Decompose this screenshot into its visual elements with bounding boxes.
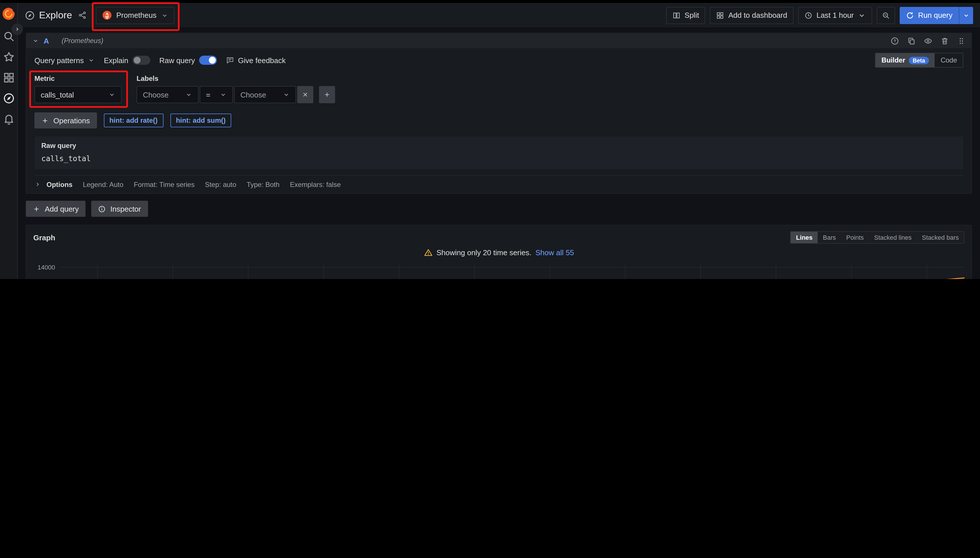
explore-compass-icon xyxy=(25,10,35,20)
graph-mode-points[interactable]: Points xyxy=(841,232,869,243)
builder-mode-button[interactable]: Builder Beta xyxy=(876,53,935,67)
add-label-filter-button[interactable] xyxy=(319,86,335,103)
explore-toolbar: Explore Prometheus Split xyxy=(18,3,980,28)
zoom-out-time-button[interactable] xyxy=(877,7,895,24)
query-patterns-label: Query patterns xyxy=(35,56,84,64)
metric-label: Metric xyxy=(35,75,122,82)
share-icon[interactable] xyxy=(78,11,86,20)
metric-group: Metric calls_total xyxy=(35,75,122,103)
graph-style-switcher: LinesBarsPointsStacked linesStacked bars xyxy=(790,231,965,244)
query-datasource-hint: (Prometheus) xyxy=(62,37,103,45)
chevron-down-icon xyxy=(161,12,168,19)
toggle-visibility-eye-icon[interactable] xyxy=(924,36,932,45)
raw-query-label: Raw query xyxy=(41,142,957,150)
query-patterns-button[interactable]: Query patterns xyxy=(35,56,95,64)
label-operator-value: = xyxy=(206,90,210,99)
clock-icon xyxy=(804,11,812,19)
starred-icon[interactable] xyxy=(3,51,15,63)
chevron-down-icon xyxy=(283,91,290,98)
graph-mode-stacked-lines[interactable]: Stacked lines xyxy=(869,232,917,243)
chevron-down-icon xyxy=(220,91,227,98)
sidebar-expand-button[interactable] xyxy=(12,23,23,35)
query-ref-id: A xyxy=(44,36,49,45)
run-query-dropdown[interactable] xyxy=(959,7,973,24)
graph-mode-bars[interactable]: Bars xyxy=(817,232,841,243)
options-exemplars: Exemplars: false xyxy=(290,181,340,189)
add-query-button[interactable]: Add query xyxy=(26,201,86,217)
plus-icon xyxy=(41,117,49,124)
graph-mode-lines[interactable]: Lines xyxy=(791,232,817,243)
chevron-down-icon xyxy=(109,91,115,98)
hint-add-sum-button[interactable]: hint: add sum() xyxy=(170,113,231,127)
query-row-header[interactable]: A (Prometheus) xyxy=(26,33,972,48)
query-help-icon[interactable] xyxy=(891,36,899,45)
time-range-picker[interactable]: Last 1 hour xyxy=(798,7,872,24)
top-black-strip xyxy=(0,0,980,3)
add-operation-button[interactable]: Operations xyxy=(35,112,97,128)
builder-label: Builder xyxy=(881,56,905,64)
query-editor-panel: A (Prometheus) Query xyxy=(26,33,972,194)
y-axis-labels: 02000400060008000100001200014000 xyxy=(33,265,60,279)
hint-add-rate-button[interactable]: hint: add rate() xyxy=(104,113,163,127)
duplicate-query-icon[interactable] xyxy=(907,36,916,45)
dashboards-icon[interactable] xyxy=(3,72,15,84)
inspector-label: Inspector xyxy=(110,204,141,213)
run-query-button[interactable]: Run query xyxy=(899,7,973,24)
run-query-label: Run query xyxy=(918,11,952,20)
label-operator-select[interactable]: = xyxy=(200,86,233,103)
graph-panel: Graph LinesBarsPointsStacked linesStacke… xyxy=(26,225,972,279)
remove-label-filter-button[interactable] xyxy=(297,86,313,103)
chevron-down-icon xyxy=(963,12,970,19)
delete-query-trash-icon[interactable] xyxy=(941,36,949,45)
metric-select[interactable]: calls_total xyxy=(35,86,122,103)
label-key-select[interactable]: Choose xyxy=(136,86,199,103)
series-line-orange-top xyxy=(227,278,965,279)
split-label: Split xyxy=(684,11,699,20)
y-tick-label: 12000 xyxy=(38,279,55,279)
code-label: Code xyxy=(941,56,957,64)
sidebar xyxy=(0,3,18,279)
collapse-chevron-icon[interactable] xyxy=(32,37,39,44)
raw-query-toggle-label: Raw query xyxy=(159,56,195,64)
operations-label: Operations xyxy=(53,116,90,125)
code-mode-button[interactable]: Code xyxy=(935,53,963,67)
chevron-down-icon xyxy=(185,91,192,98)
datasource-picker[interactable]: Prometheus xyxy=(95,7,174,24)
explain-label: Explain xyxy=(104,56,128,64)
prometheus-logo-icon xyxy=(102,10,112,20)
comment-icon xyxy=(226,56,234,64)
graph-panel-title: Graph xyxy=(33,233,55,242)
add-to-dashboard-button[interactable]: Add to dashboard xyxy=(710,7,794,24)
metric-value: calls_total xyxy=(41,90,74,99)
split-button[interactable]: Split xyxy=(666,7,705,24)
grafana-logo[interactable] xyxy=(1,6,16,21)
explain-toggle[interactable] xyxy=(132,56,150,65)
alerting-bell-icon[interactable] xyxy=(3,113,15,125)
raw-query-preview: Raw query calls_total xyxy=(35,136,964,169)
show-all-series-link[interactable]: Show all 55 xyxy=(535,248,574,257)
raw-query-toggle[interactable] xyxy=(199,56,217,65)
apps-icon xyxy=(716,11,724,19)
explore-icon[interactable] xyxy=(3,92,15,104)
time-range-label: Last 1 hour xyxy=(817,11,854,20)
labels-label: Labels xyxy=(136,75,335,82)
plot-area[interactable] xyxy=(60,265,965,279)
add-query-label: Add query xyxy=(45,204,79,213)
options-expand-chevron-icon[interactable] xyxy=(35,181,41,187)
plus-icon xyxy=(33,205,40,212)
drag-handle-grip-icon[interactable] xyxy=(957,36,966,45)
refresh-icon xyxy=(906,11,914,19)
options-label[interactable]: Options xyxy=(46,181,72,189)
label-value-select[interactable]: Choose xyxy=(234,86,296,103)
series-limit-warning: Showing only 20 time series. xyxy=(436,248,531,257)
beta-badge: Beta xyxy=(909,56,929,64)
raw-query-value: calls_total xyxy=(41,154,957,163)
plus-icon xyxy=(324,91,331,98)
graph-mode-stacked-bars[interactable]: Stacked bars xyxy=(917,232,964,243)
split-icon xyxy=(673,11,681,19)
page-title: Explore xyxy=(39,10,72,21)
zoom-out-icon xyxy=(882,11,890,19)
options-legend: Legend: Auto xyxy=(83,181,123,189)
inspector-button[interactable]: Inspector xyxy=(92,201,148,217)
give-feedback-button[interactable]: Give feedback xyxy=(226,56,286,64)
